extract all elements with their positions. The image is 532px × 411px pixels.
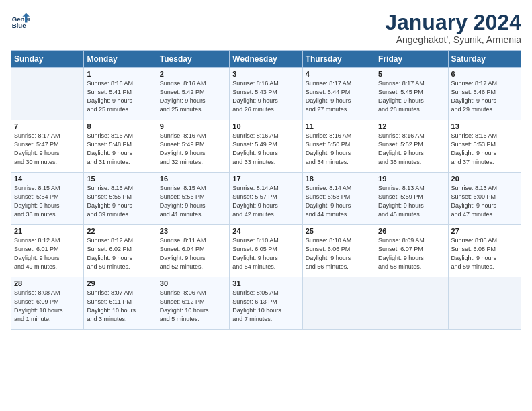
calendar-cell: 17Sunrise: 8:14 AM Sunset: 5:57 PM Dayli…: [230, 173, 302, 225]
day-number: 30: [160, 279, 226, 287]
day-detail: Sunrise: 8:06 AM Sunset: 6:12 PM Dayligh…: [160, 289, 226, 324]
day-detail: Sunrise: 8:14 AM Sunset: 5:57 PM Dayligh…: [232, 184, 299, 219]
day-number: 15: [87, 175, 153, 183]
day-number: 7: [14, 122, 81, 130]
calendar-cell: 12Sunrise: 8:16 AM Sunset: 5:52 PM Dayli…: [375, 120, 448, 173]
calendar-cell: 6Sunrise: 8:17 AM Sunset: 5:46 PM Daylig…: [448, 68, 521, 120]
day-detail: Sunrise: 8:13 AM Sunset: 5:59 PM Dayligh…: [378, 184, 445, 219]
day-detail: Sunrise: 8:15 AM Sunset: 5:54 PM Dayligh…: [14, 184, 81, 219]
day-detail: Sunrise: 8:11 AM Sunset: 6:04 PM Dayligh…: [160, 236, 226, 271]
day-detail: Sunrise: 8:17 AM Sunset: 5:45 PM Dayligh…: [378, 79, 445, 114]
day-detail: Sunrise: 8:05 AM Sunset: 6:13 PM Dayligh…: [232, 289, 299, 324]
day-header-thursday: Thursday: [302, 51, 375, 68]
week-row-1: 1Sunrise: 8:16 AM Sunset: 5:41 PM Daylig…: [11, 68, 521, 120]
calendar-cell: 16Sunrise: 8:15 AM Sunset: 5:56 PM Dayli…: [157, 173, 229, 225]
day-header-sunday: Sunday: [11, 51, 84, 68]
calendar-cell: 3Sunrise: 8:16 AM Sunset: 5:43 PM Daylig…: [230, 68, 302, 120]
day-number: 2: [160, 70, 226, 78]
day-number: 17: [232, 175, 299, 183]
calendar-cell: [11, 68, 84, 120]
calendar-body: 1Sunrise: 8:16 AM Sunset: 5:41 PM Daylig…: [11, 68, 521, 330]
day-number: 12: [378, 122, 445, 130]
calendar-cell: 15Sunrise: 8:15 AM Sunset: 5:55 PM Dayli…: [84, 173, 157, 225]
calendar-cell: 1Sunrise: 8:16 AM Sunset: 5:41 PM Daylig…: [84, 68, 157, 120]
day-detail: Sunrise: 8:16 AM Sunset: 5:49 PM Dayligh…: [232, 132, 299, 167]
day-number: 21: [14, 227, 81, 235]
day-detail: Sunrise: 8:16 AM Sunset: 5:53 PM Dayligh…: [451, 132, 518, 167]
calendar-cell: 11Sunrise: 8:16 AM Sunset: 5:50 PM Dayli…: [302, 120, 375, 173]
day-detail: Sunrise: 8:17 AM Sunset: 5:47 PM Dayligh…: [14, 132, 81, 167]
calendar-cell: 25Sunrise: 8:10 AM Sunset: 6:06 PM Dayli…: [302, 225, 375, 277]
day-number: 18: [306, 175, 372, 183]
day-number: 22: [87, 227, 153, 235]
day-detail: Sunrise: 8:10 AM Sunset: 6:05 PM Dayligh…: [232, 236, 299, 271]
calendar-cell: [448, 277, 521, 330]
day-header-monday: Monday: [84, 51, 157, 68]
calendar-header-row: SundayMondayTuesdayWednesdayThursdayFrid…: [11, 51, 521, 68]
day-detail: Sunrise: 8:15 AM Sunset: 5:56 PM Dayligh…: [160, 184, 226, 219]
day-detail: Sunrise: 8:12 AM Sunset: 6:02 PM Dayligh…: [87, 236, 153, 271]
calendar-cell: 10Sunrise: 8:16 AM Sunset: 5:49 PM Dayli…: [230, 120, 302, 173]
logo: General Blue: [11, 11, 30, 30]
calendar-table: SundayMondayTuesdayWednesdayThursdayFrid…: [11, 50, 521, 330]
day-header-tuesday: Tuesday: [157, 51, 229, 68]
day-number: 29: [87, 279, 153, 287]
day-detail: Sunrise: 8:16 AM Sunset: 5:41 PM Dayligh…: [87, 79, 153, 114]
calendar-cell: 27Sunrise: 8:08 AM Sunset: 6:08 PM Dayli…: [448, 225, 521, 277]
day-detail: Sunrise: 8:16 AM Sunset: 5:52 PM Dayligh…: [378, 132, 445, 167]
day-number: 9: [160, 122, 226, 130]
day-number: 25: [306, 227, 372, 235]
calendar-cell: 13Sunrise: 8:16 AM Sunset: 5:53 PM Dayli…: [448, 120, 521, 173]
day-number: 13: [451, 122, 518, 130]
day-number: 20: [451, 175, 518, 183]
day-number: 16: [160, 175, 226, 183]
calendar-cell: 24Sunrise: 8:10 AM Sunset: 6:05 PM Dayli…: [230, 225, 302, 277]
day-detail: Sunrise: 8:07 AM Sunset: 6:11 PM Dayligh…: [87, 289, 153, 324]
day-detail: Sunrise: 8:16 AM Sunset: 5:48 PM Dayligh…: [87, 132, 153, 167]
calendar-cell: [375, 277, 448, 330]
day-number: 4: [306, 70, 372, 78]
day-number: 11: [306, 122, 372, 130]
calendar-cell: 2Sunrise: 8:16 AM Sunset: 5:42 PM Daylig…: [157, 68, 229, 120]
week-row-2: 7Sunrise: 8:17 AM Sunset: 5:47 PM Daylig…: [11, 120, 521, 173]
day-detail: Sunrise: 8:08 AM Sunset: 6:09 PM Dayligh…: [14, 289, 81, 324]
day-detail: Sunrise: 8:09 AM Sunset: 6:07 PM Dayligh…: [378, 236, 445, 271]
calendar-cell: 19Sunrise: 8:13 AM Sunset: 5:59 PM Dayli…: [375, 173, 448, 225]
title-block: January 2024 Angeghakot', Syunik, Armeni…: [385, 11, 521, 45]
day-detail: Sunrise: 8:12 AM Sunset: 6:01 PM Dayligh…: [14, 236, 81, 271]
day-number: 19: [378, 175, 445, 183]
day-number: 24: [232, 227, 299, 235]
calendar-cell: 21Sunrise: 8:12 AM Sunset: 6:01 PM Dayli…: [11, 225, 84, 277]
day-detail: Sunrise: 8:10 AM Sunset: 6:06 PM Dayligh…: [306, 236, 372, 271]
week-row-4: 21Sunrise: 8:12 AM Sunset: 6:01 PM Dayli…: [11, 225, 521, 277]
day-number: 23: [160, 227, 226, 235]
calendar-cell: 23Sunrise: 8:11 AM Sunset: 6:04 PM Dayli…: [157, 225, 229, 277]
calendar-cell: 31Sunrise: 8:05 AM Sunset: 6:13 PM Dayli…: [230, 277, 302, 330]
calendar-cell: 18Sunrise: 8:14 AM Sunset: 5:58 PM Dayli…: [302, 173, 375, 225]
day-number: 14: [14, 175, 81, 183]
day-header-friday: Friday: [375, 51, 448, 68]
day-number: 6: [451, 70, 518, 78]
day-number: 27: [451, 227, 518, 235]
calendar-cell: 7Sunrise: 8:17 AM Sunset: 5:47 PM Daylig…: [11, 120, 84, 173]
day-detail: Sunrise: 8:17 AM Sunset: 5:44 PM Dayligh…: [306, 79, 372, 114]
day-number: 1: [87, 70, 153, 78]
calendar-cell: 9Sunrise: 8:16 AM Sunset: 5:49 PM Daylig…: [157, 120, 229, 173]
calendar-cell: 5Sunrise: 8:17 AM Sunset: 5:45 PM Daylig…: [375, 68, 448, 120]
day-detail: Sunrise: 8:14 AM Sunset: 5:58 PM Dayligh…: [306, 184, 372, 219]
day-number: 5: [378, 70, 445, 78]
svg-text:Blue: Blue: [12, 21, 26, 29]
day-detail: Sunrise: 8:08 AM Sunset: 6:08 PM Dayligh…: [451, 236, 518, 271]
day-header-wednesday: Wednesday: [230, 51, 302, 68]
day-number: 10: [232, 122, 299, 130]
week-row-3: 14Sunrise: 8:15 AM Sunset: 5:54 PM Dayli…: [11, 173, 521, 225]
week-row-5: 28Sunrise: 8:08 AM Sunset: 6:09 PM Dayli…: [11, 277, 521, 330]
calendar-cell: 22Sunrise: 8:12 AM Sunset: 6:02 PM Dayli…: [84, 225, 157, 277]
calendar-cell: 4Sunrise: 8:17 AM Sunset: 5:44 PM Daylig…: [302, 68, 375, 120]
calendar-cell: 8Sunrise: 8:16 AM Sunset: 5:48 PM Daylig…: [84, 120, 157, 173]
day-number: 8: [87, 122, 153, 130]
day-number: 3: [232, 70, 299, 78]
day-detail: Sunrise: 8:16 AM Sunset: 5:50 PM Dayligh…: [306, 132, 372, 167]
day-detail: Sunrise: 8:16 AM Sunset: 5:43 PM Dayligh…: [232, 79, 299, 114]
day-detail: Sunrise: 8:16 AM Sunset: 5:42 PM Dayligh…: [160, 79, 226, 114]
